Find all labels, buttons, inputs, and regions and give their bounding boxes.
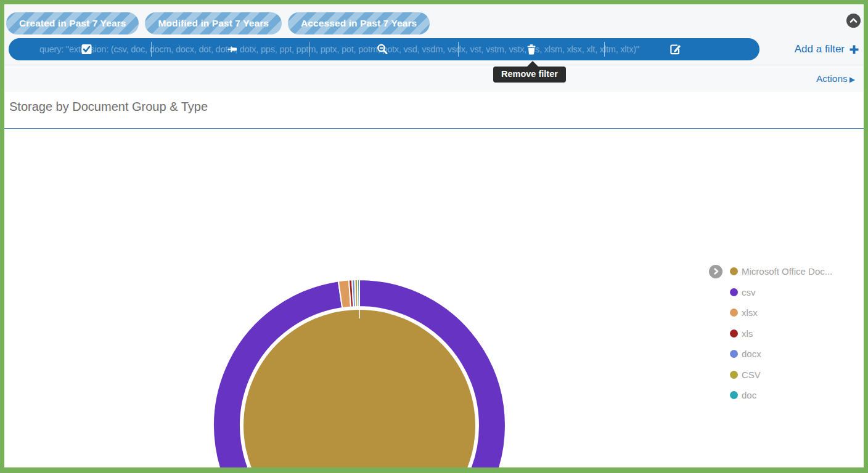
checkbox-icon[interactable]: [81, 44, 92, 55]
trash-icon[interactable]: [526, 44, 537, 55]
legend-item: csv: [709, 282, 863, 303]
actions-label: Actions: [816, 73, 848, 84]
actions-menu-button[interactable]: Actions ▶: [816, 73, 855, 84]
query-row: query: "extension: (csv, doc, docm, docx…: [4, 38, 864, 60]
add-filter-label: Add a filter: [795, 43, 845, 55]
legend-label[interactable]: CSV: [742, 370, 761, 380]
app-window: Created in Past 7 Years Modified in Past…: [0, 0, 868, 473]
legend-dot: [730, 329, 738, 338]
query-separator: [458, 42, 459, 57]
legend-label[interactable]: docx: [742, 349, 761, 359]
legend-item: docx: [709, 344, 863, 365]
legend-label[interactable]: xlsx: [742, 307, 758, 318]
query-separator: [309, 42, 309, 57]
filter-pills-row: Created in Past 7 Years Modified in Past…: [6, 12, 864, 34]
legend-dot: [730, 288, 738, 296]
actions-row: Actions ▶: [4, 65, 864, 92]
legend-expand-icon[interactable]: [709, 265, 723, 278]
pin-icon[interactable]: [227, 44, 238, 55]
legend-dot: [730, 309, 738, 317]
remove-filter-tooltip: Remove filter: [493, 61, 566, 83]
tooltip-text: Remove filter: [493, 67, 566, 83]
plus-icon: [850, 45, 859, 54]
collapse-header-button[interactable]: [846, 14, 861, 28]
filter-pill-created[interactable]: Created in Past 7 Years: [6, 12, 139, 34]
query-separator: [604, 42, 605, 57]
filter-pill-modified[interactable]: Modified in Past 7 Years: [145, 12, 282, 34]
chart-legend: Microsoft Office Doc... csv xlsx xls doc…: [709, 261, 863, 406]
filter-header: Created in Past 7 Years Modified in Past…: [4, 4, 864, 65]
legend-label[interactable]: doc: [742, 390, 756, 400]
legend-dot: [730, 267, 738, 275]
query-text: query: "extension: (csv, doc, docm, docx…: [39, 38, 755, 60]
edit-icon[interactable]: [669, 44, 681, 55]
legend-item: CSV: [709, 365, 863, 386]
query-filter-pill[interactable]: query: "extension: (csv, doc, docm, docx…: [9, 38, 760, 60]
tooltip-arrow: [527, 61, 538, 67]
legend-label[interactable]: xls: [742, 328, 753, 339]
filter-pill-label: Modified in Past 7 Years: [158, 18, 269, 29]
donut-segment-doc[interactable]: [358, 280, 359, 307]
filter-pill-accessed[interactable]: Accessed in Past 7 Years: [288, 12, 430, 34]
legend-dot: [730, 350, 738, 358]
filter-pill-label: Created in Past 7 Years: [19, 18, 126, 29]
page-title: Storage by Document Group & Type: [9, 100, 864, 114]
add-filter-button[interactable]: Add a filter: [795, 38, 859, 60]
legend-item: xls: [709, 323, 863, 344]
legend-item: xlsx: [709, 302, 863, 323]
zoom-out-icon[interactable]: [377, 44, 388, 55]
panel-header: Storage by Document Group & Type: [4, 92, 864, 114]
caret-right-icon: ▶: [850, 75, 855, 83]
chevron-up-icon: [850, 17, 858, 25]
legend-item: Microsoft Office Doc...: [709, 261, 863, 282]
legend-label[interactable]: csv: [742, 287, 756, 297]
donut-chart[interactable]: [205, 272, 514, 473]
legend-dot: [730, 371, 738, 379]
filter-pill-label: Accessed in Past 7 Years: [301, 18, 417, 29]
legend-label[interactable]: Microsoft Office Doc...: [742, 266, 832, 277]
legend-item: doc: [709, 385, 863, 406]
query-separator: [151, 42, 152, 57]
panel-divider: [4, 128, 864, 129]
legend-dot: [730, 391, 738, 399]
